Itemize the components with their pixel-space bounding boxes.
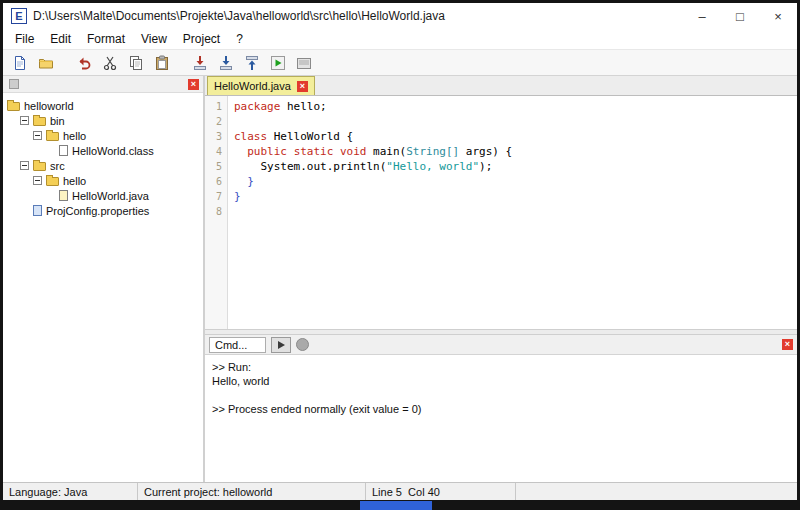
file-icon	[59, 145, 68, 156]
window-controls: – □ ×	[683, 3, 797, 29]
folder-icon	[33, 117, 46, 126]
line-number: 7	[205, 191, 227, 202]
tree-close-button[interactable]: ×	[188, 79, 199, 90]
line-number: 5	[205, 161, 227, 172]
tree-item-bin[interactable]: bin	[3, 113, 203, 128]
tree-item-hello[interactable]: hello	[3, 173, 203, 188]
tree-item-label: hello	[63, 130, 86, 142]
tree-item-hello[interactable]: hello	[3, 128, 203, 143]
titlebar: E D:\Users\Malte\Documents\Projekte\Java…	[3, 3, 797, 29]
window-title: D:\Users\Malte\Documents\Projekte\Java\h…	[33, 9, 683, 23]
code-line: 2	[205, 114, 797, 129]
toolbar	[3, 50, 797, 76]
code-text: }	[227, 175, 254, 188]
new-file-icon	[12, 55, 28, 71]
project-tree-panel: × helloworldbinhelloHelloWorld.classsrch…	[3, 76, 205, 482]
undo-icon	[76, 55, 92, 71]
code-line: 4 public static void main(String[] args)…	[205, 144, 797, 159]
tab-label: HelloWorld.java	[214, 80, 291, 92]
status-language: Language: Java	[3, 483, 138, 500]
line-number: 4	[205, 146, 227, 157]
minimize-button[interactable]: –	[683, 3, 721, 29]
cut-button[interactable]	[97, 51, 123, 75]
code-text: }	[227, 190, 241, 203]
paste-icon	[154, 55, 170, 71]
new-file-button[interactable]	[7, 51, 33, 75]
open-folder-icon	[38, 55, 54, 71]
expander-icon[interactable]	[20, 116, 29, 125]
folder-icon	[33, 162, 46, 171]
build-jar-button[interactable]	[239, 51, 265, 75]
line-number: 2	[205, 116, 227, 127]
tree-item-label: hello	[63, 175, 86, 187]
expander-icon[interactable]	[33, 176, 42, 185]
copy-icon	[128, 55, 144, 71]
expander-icon[interactable]	[20, 161, 29, 170]
menu-edit[interactable]: Edit	[42, 32, 79, 46]
play-icon	[278, 341, 285, 349]
tab-helloworld-java[interactable]: HelloWorld.java ×	[207, 76, 315, 95]
menu-format[interactable]: Format	[79, 32, 133, 46]
code-line: 5 System.out.println("Hello, world");	[205, 159, 797, 174]
code-line: 7}	[205, 189, 797, 204]
code-text: class HelloWorld {	[227, 130, 353, 143]
tree-item-helloworld-java[interactable]: HelloWorld.java	[3, 188, 203, 203]
terminal-icon	[296, 55, 312, 71]
window-frame: E D:\Users\Malte\Documents\Projekte\Java…	[0, 0, 800, 510]
file-icon	[59, 190, 68, 201]
code-editor[interactable]: 1package hello;23class HelloWorld {4 pub…	[205, 96, 797, 329]
tree-item-src[interactable]: src	[3, 158, 203, 173]
jar-icon	[244, 55, 260, 71]
code-line: 6 }	[205, 174, 797, 189]
output-line: >> Run:	[212, 360, 790, 374]
editor-column: HelloWorld.java × 1package hello;23class…	[205, 76, 797, 482]
run-icon	[270, 55, 286, 71]
menu-view[interactable]: View	[133, 32, 175, 46]
tree-item-label: ProjConfig.properties	[46, 205, 149, 217]
compile-button[interactable]	[187, 51, 213, 75]
app-window: E D:\Users\Malte\Documents\Projekte\Java…	[3, 3, 797, 500]
expander-icon[interactable]	[33, 131, 42, 140]
tree-item-label: src	[50, 160, 65, 172]
line-number: 3	[205, 131, 227, 142]
code-line: 8	[205, 204, 797, 219]
line-number: 8	[205, 206, 227, 217]
output-run-button[interactable]	[271, 337, 291, 353]
copy-button[interactable]	[123, 51, 149, 75]
menu-file[interactable]: File	[7, 32, 42, 46]
main-area: × helloworldbinhelloHelloWorld.classsrch…	[3, 76, 797, 482]
taskbar-fragment	[360, 501, 432, 510]
open-file-button[interactable]	[33, 51, 59, 75]
status-bar: Language: Java Current project: hellowor…	[3, 482, 797, 500]
run-button[interactable]	[265, 51, 291, 75]
output-line: >> Process ended normally (exit value = …	[212, 402, 790, 416]
folder-icon	[7, 102, 20, 111]
menu-project[interactable]: Project	[175, 32, 228, 46]
maximize-button[interactable]: □	[721, 3, 759, 29]
code-text: public static void main(String[] args) {	[227, 145, 512, 158]
undo-button[interactable]	[71, 51, 97, 75]
terminal-button[interactable]	[291, 51, 317, 75]
compile-all-button[interactable]	[213, 51, 239, 75]
paste-button[interactable]	[149, 51, 175, 75]
file-icon	[33, 205, 42, 216]
output-stop-button[interactable]	[296, 338, 309, 351]
tree-item-projconfig-properties[interactable]: ProjConfig.properties	[3, 203, 203, 218]
tab-close-button[interactable]: ×	[297, 81, 308, 92]
tree-item-helloworld-class[interactable]: HelloWorld.class	[3, 143, 203, 158]
output-console[interactable]: >> Run:Hello, world >> Process ended nor…	[205, 355, 797, 482]
cmd-selector[interactable]: Cmd...	[209, 337, 266, 353]
close-button[interactable]: ×	[759, 3, 797, 29]
status-filler	[516, 483, 797, 500]
menu-help[interactable]: ?	[228, 32, 251, 46]
output-close-button[interactable]: ×	[782, 339, 793, 350]
tree-item-label: helloworld	[24, 100, 74, 112]
project-tree: helloworldbinhelloHelloWorld.classsrchel…	[3, 93, 203, 482]
folder-icon	[46, 132, 59, 141]
compile-icon	[192, 55, 208, 71]
code-line: 3class HelloWorld {	[205, 129, 797, 144]
tree-item-helloworld[interactable]: helloworld	[3, 98, 203, 113]
output-line: Hello, world	[212, 374, 790, 388]
code-text: System.out.println("Hello, world");	[227, 160, 492, 173]
status-project: Current project: helloworld	[138, 483, 366, 500]
